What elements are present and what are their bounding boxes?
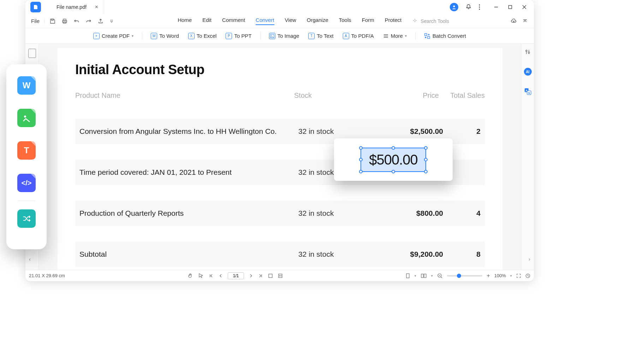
close-button[interactable] <box>522 5 527 10</box>
menu-organize[interactable]: Organize <box>307 17 328 25</box>
zoom-thumb[interactable] <box>457 274 461 278</box>
two-page-icon[interactable] <box>421 273 427 279</box>
fit-page-icon[interactable] <box>268 273 273 278</box>
cell-stock: 32 in stock <box>298 127 362 136</box>
create-pdf-button[interactable]: + Create PDF ▾ <box>90 31 136 41</box>
text-tile[interactable]: T <box>17 141 36 160</box>
resize-handle[interactable] <box>424 170 428 173</box>
svg-point-1 <box>479 5 480 6</box>
translate-icon[interactable]: A$ <box>524 88 532 95</box>
to-image-button[interactable]: To Image <box>266 31 302 41</box>
header-name: Product Name <box>75 91 294 100</box>
resize-handle[interactable] <box>392 170 395 173</box>
print-icon[interactable] <box>62 18 67 24</box>
list-icon <box>383 33 389 39</box>
fit-width-icon[interactable] <box>278 273 283 278</box>
hand-tool-icon[interactable] <box>187 273 193 279</box>
resize-handle[interactable] <box>359 158 363 161</box>
thumbnail-icon[interactable] <box>28 49 36 58</box>
create-pdf-label: Create PDF <box>102 33 130 39</box>
fullscreen-icon[interactable] <box>516 273 521 278</box>
menu-view[interactable]: View <box>285 17 296 25</box>
properties-icon[interactable] <box>524 48 532 56</box>
save-icon[interactable] <box>50 18 55 24</box>
batch-label: Batch Convert <box>433 33 466 39</box>
first-page-icon[interactable] <box>209 273 214 278</box>
zoom-in-icon[interactable]: + <box>487 273 490 279</box>
workspace: ‹ Initial Account Setup Product Name Sto… <box>25 44 534 270</box>
chevron-down-icon[interactable]: ▾ <box>415 274 416 278</box>
header-price: Price <box>358 91 439 100</box>
to-word-button[interactable]: WTo Word <box>148 31 182 41</box>
resize-handle[interactable] <box>359 170 363 173</box>
word-tile[interactable]: W <box>17 76 36 95</box>
status-bar: 21.01 X 29.69 cm ▾ ▾ + 100% ▾ <box>25 270 534 281</box>
menu-edit[interactable]: Edit <box>202 17 211 25</box>
to-excel-button[interactable]: XTo Excel <box>185 31 220 41</box>
minimize-button[interactable] <box>494 5 499 10</box>
app-window: File name.pdf × File <box>25 0 534 281</box>
chevron-down-icon[interactable]: ▾ <box>510 274 512 278</box>
search-tools[interactable]: Search Tools <box>412 17 449 25</box>
excel-icon: X <box>188 33 195 39</box>
title-bar: File name.pdf × <box>25 0 534 14</box>
file-menu[interactable]: File <box>28 18 42 24</box>
word-icon: W <box>151 33 157 39</box>
more-button[interactable]: More▾ <box>380 31 410 40</box>
single-page-icon[interactable] <box>405 273 410 279</box>
redo-icon[interactable] <box>86 18 91 24</box>
resize-handle[interactable] <box>392 146 395 150</box>
shuffle-tile[interactable] <box>17 209 36 228</box>
batch-convert-button[interactable]: Batch Convert <box>421 31 469 41</box>
to-ppt-label: To PPT <box>234 33 251 39</box>
code-tile[interactable]: </> <box>17 174 36 192</box>
read-mode-icon[interactable] <box>525 273 530 278</box>
resize-handle[interactable] <box>424 158 428 161</box>
right-panel: AI A$ <box>521 44 534 270</box>
ai-icon[interactable]: AI <box>524 68 532 76</box>
to-pdfa-button[interactable]: ATo PDF/A <box>340 31 377 41</box>
file-tab[interactable]: File name.pdf × <box>51 0 104 14</box>
document-title: Initial Account Setup <box>75 62 485 77</box>
svg-point-3 <box>479 9 480 10</box>
menu-protect[interactable]: Protect <box>385 17 402 25</box>
next-page-icon[interactable] <box>249 274 253 278</box>
resize-handle[interactable] <box>359 146 363 150</box>
page-number-input[interactable] <box>228 272 244 279</box>
cell-price: $2,500.00 <box>362 127 443 136</box>
svg-point-20 <box>526 50 527 52</box>
share-icon[interactable] <box>98 18 103 24</box>
chevron-down-icon[interactable]: ▾ <box>431 274 433 278</box>
prev-page-icon[interactable] <box>219 274 223 278</box>
zoom-slider[interactable] <box>447 275 482 276</box>
last-page-icon[interactable] <box>258 273 263 278</box>
to-ppt-button[interactable]: PTo PPT <box>223 31 254 41</box>
svg-point-21 <box>528 52 530 53</box>
selected-text-box[interactable]: $500.00 <box>360 148 426 172</box>
menu-tools[interactable]: Tools <box>339 17 351 25</box>
user-avatar-icon[interactable] <box>450 3 458 11</box>
collapse-ribbon-icon[interactable] <box>523 19 527 24</box>
menu-convert[interactable]: Convert <box>256 17 274 25</box>
svg-line-32 <box>441 277 442 278</box>
svg-rect-30 <box>424 274 426 278</box>
menu-home[interactable]: Home <box>178 17 192 25</box>
cloud-icon[interactable] <box>511 18 517 24</box>
close-icon[interactable]: × <box>95 4 98 10</box>
to-text-button[interactable]: TTo Text <box>305 31 336 41</box>
cell-sales: 8 <box>443 250 481 258</box>
qat-dropdown-icon[interactable] <box>110 19 113 23</box>
notification-icon[interactable] <box>465 4 472 10</box>
maximize-button[interactable] <box>508 5 513 10</box>
zoom-out-icon[interactable] <box>437 273 443 279</box>
kebab-menu-icon[interactable] <box>479 4 480 10</box>
collapse-left-icon[interactable]: ‹ <box>29 256 31 262</box>
select-tool-icon[interactable] <box>198 273 204 279</box>
image-tile[interactable] <box>17 109 36 127</box>
menu-form[interactable]: Form <box>362 17 374 25</box>
menu-comment[interactable]: Comment <box>222 17 245 25</box>
undo-icon[interactable] <box>74 18 79 24</box>
collapse-right-icon[interactable]: › <box>529 256 530 262</box>
header-sales: Total Sales <box>439 91 485 100</box>
resize-handle[interactable] <box>424 146 428 150</box>
